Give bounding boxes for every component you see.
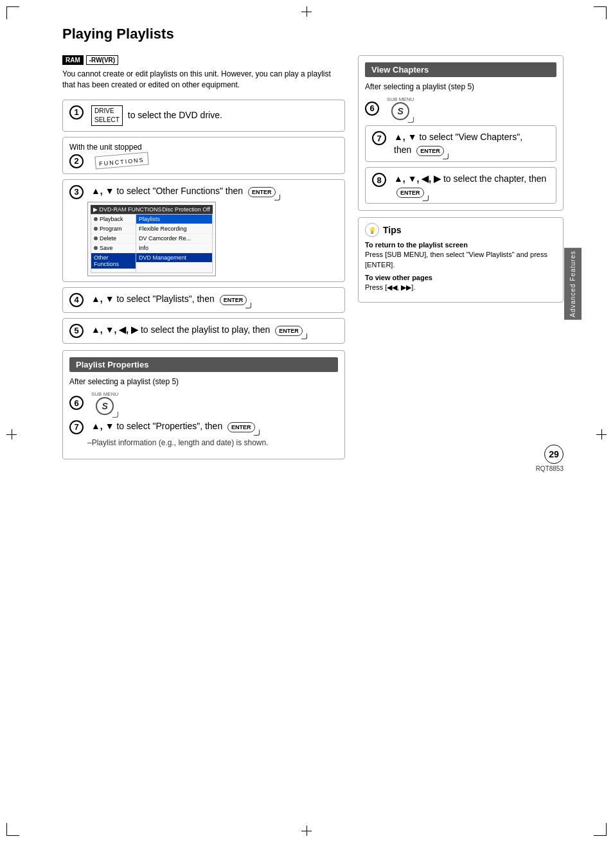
menu-row-other-functions: Other Functions — [91, 253, 136, 269]
step-1-box: 1 DRIVESELECT to select the DVD drive. — [62, 100, 345, 132]
pp-s-button-wrap: S — [96, 397, 114, 415]
menu-row-dv: DV Camcorder Re... — [136, 234, 212, 244]
step-3-text: ▲, ▼ to select "Other Functions" then EN… — [91, 185, 276, 198]
menu-table: Playback Program Delete — [91, 214, 213, 273]
dot-program — [94, 227, 98, 231]
menu-row-playlists: Playlists — [136, 215, 212, 224]
label-delete: Delete — [100, 235, 116, 242]
vc-step-8-enter-wrap: ENTER — [396, 186, 424, 199]
menu-col-left: Playback Program Delete — [91, 215, 136, 272]
badge-container: RAM -RW(VR) — [62, 55, 345, 65]
product-code: RQT8853 — [536, 465, 564, 472]
vc-s-button: S — [391, 102, 409, 120]
step-5-box: 5 ▲, ▼, ◀, ▶ to select the playlist to p… — [62, 318, 345, 344]
step-5-number: 5 — [69, 324, 84, 338]
step-1-text: DRIVESELECT to select the DVD drive. — [91, 105, 222, 126]
pp-s-button: S — [96, 397, 114, 415]
enter-icon-4: ENTER — [220, 295, 247, 306]
tips-header: 💡 Tips — [365, 223, 556, 237]
step-1-number: 1 — [69, 105, 84, 120]
playlist-properties-header: Playlist Properties — [69, 357, 338, 372]
menu-row-flexible: Flexible Recording — [136, 224, 212, 234]
cross-mark-bottom — [301, 826, 312, 836]
pp-step-7-arrows: ▲, ▼ — [91, 421, 114, 431]
right-column: Advanced Features View Chapters After se… — [358, 55, 564, 459]
menu-header-left: ▶ DVD-RAM FUNCTIONS — [93, 206, 162, 213]
pp-step-7-enter-wrap: ENTER — [227, 420, 255, 433]
menu-screenshot: ▶ DVD-RAM FUNCTIONS Disc Protection Off … — [87, 202, 216, 276]
tips-box: 💡 Tips To return to the playlist screen … — [358, 217, 564, 302]
vc-submenu-icon: SUB MENU S — [387, 96, 414, 120]
label-dv: DV Camcorder Re... — [139, 235, 191, 242]
vc-step-6-box: 6 SUB MENU S — [365, 96, 556, 120]
step-5-text: ▲, ▼, ◀, ▶ to select the playlist to pla… — [91, 324, 303, 337]
step-3-box: 3 ▲, ▼ to select "Other Functions" then … — [62, 179, 345, 282]
menu-row-info: Info — [136, 244, 212, 253]
vc-s-button-wrap: S — [391, 102, 409, 120]
playlist-properties-subtext: After selecting a playlist (step 5) — [69, 377, 338, 386]
step-5-arrows: ▲, ▼, ◀, ▶ — [91, 324, 138, 335]
side-tab: Advanced Features — [564, 248, 582, 320]
corner-mark-br — [594, 823, 607, 836]
pp-submenu-icon: SUB MENU S — [91, 391, 118, 415]
dot-playback — [94, 217, 98, 221]
step-4-enter-wrap: ENTER — [220, 293, 247, 306]
menu-row-dvd-mgmt: DVD Management — [136, 253, 212, 263]
enter-icon-pp7: ENTER — [227, 422, 255, 433]
vc-step-6-number: 6 — [365, 102, 379, 116]
menu-row-empty — [91, 269, 136, 272]
vc-step-7-text: ▲, ▼ to select "View Chapters",then ENTE… — [394, 131, 522, 156]
dot-delete — [94, 236, 98, 240]
page-number-area: 29 RQT8853 — [536, 445, 564, 472]
label-flexible: Flexible Recording — [139, 226, 187, 232]
page-title: Playing Playlists — [62, 26, 583, 42]
pp-submenu-label: SUB MENU — [91, 391, 118, 397]
step-2-number: 2 — [69, 154, 84, 168]
tips-subheader-1: To return to the playlist screen — [365, 241, 556, 249]
vc-step-8-box: 8 ▲, ▼, ◀, ▶ to select the chapter, then… — [365, 167, 556, 204]
step-3-arrows: ▲, ▼ — [91, 186, 114, 196]
step-4-box: 4 ▲, ▼ to select "Playlists", then ENTER — [62, 287, 345, 313]
cross-mark-left — [6, 429, 17, 439]
pp-step-7-box: 7 ▲, ▼ to select "Properties", then ENTE… — [69, 420, 338, 447]
intro-text: You cannot create or edit playlists on t… — [62, 69, 345, 91]
view-chapters-header: View Chapters — [365, 62, 556, 77]
vc-submenu-label: SUB MENU — [387, 96, 414, 102]
step-2-subtext: With the unit stopped — [69, 143, 338, 152]
enter-icon-3: ENTER — [248, 187, 276, 198]
step-1-label: to select the DVD drive. — [128, 109, 222, 120]
corner-mark-tr — [594, 6, 607, 19]
step-5-enter-wrap: ENTER — [275, 324, 303, 337]
step-4-number: 4 — [69, 293, 84, 307]
vc-step-7-enter-wrap: ENTER — [416, 144, 444, 157]
cross-mark-right — [596, 429, 607, 439]
step-3-enter: ENTER — [248, 185, 276, 198]
step-3-number: 3 — [69, 185, 84, 199]
pp-step-7-number: 7 — [69, 420, 84, 434]
menu-row-playback: Playback — [91, 215, 136, 224]
view-chapters-subtext: After selecting a playlist (step 5) — [365, 82, 556, 91]
label-playback: Playback — [100, 216, 123, 222]
enter-icon-vc7: ENTER — [416, 146, 444, 157]
label-playlists: Playlists — [139, 216, 160, 222]
step-2-box: With the unit stopped 2 FUNCTIONS — [62, 137, 345, 174]
menu-header-right: Disc Protection Off — [162, 206, 210, 213]
tips-icon: 💡 — [365, 223, 379, 237]
pp-step-7-note: –Playlist information (e.g., length and … — [87, 438, 338, 447]
label-dvd-mgmt: DVD Management — [139, 254, 186, 261]
dot-save — [94, 246, 98, 250]
tips-title: Tips — [383, 225, 402, 235]
vc-step-8-number: 8 — [372, 173, 386, 187]
left-column: RAM -RW(VR) You cannot create or edit pl… — [62, 55, 345, 459]
label-save: Save — [100, 245, 113, 251]
badge-ram: RAM — [62, 55, 84, 65]
vc-step-7-number: 7 — [372, 131, 386, 145]
view-chapters-section: View Chapters After selecting a playlist… — [358, 55, 564, 211]
functions-button: FUNCTIONS — [94, 152, 148, 169]
menu-row-delete: Delete — [91, 234, 136, 244]
right-column-inner: Advanced Features View Chapters After se… — [358, 55, 564, 303]
playlist-properties-section: Playlist Properties After selecting a pl… — [62, 350, 345, 459]
vc-step-8-text: ▲, ▼, ◀, ▶ to select the chapter, then E… — [394, 173, 549, 198]
label-info: Info — [139, 245, 148, 251]
enter-icon-5: ENTER — [275, 326, 303, 337]
